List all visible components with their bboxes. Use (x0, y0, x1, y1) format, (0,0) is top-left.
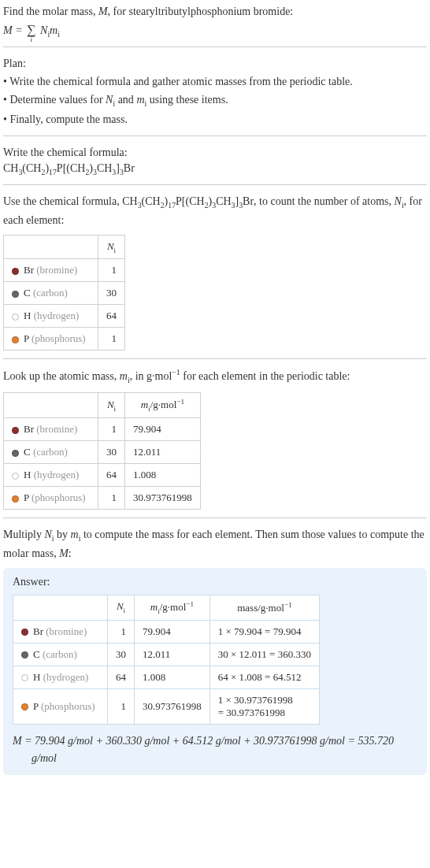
element-dot-br (12, 268, 19, 275)
summation-symbol: ∑i (27, 23, 35, 37)
element-dot-p (21, 703, 28, 710)
step2-text: Use the chemical formula, CH3(CH2)17P[(C… (3, 193, 427, 228)
table-row: C (carbon) 30 12.011 (4, 441, 201, 464)
intro-section: Find the molar mass, M, for stearyltribu… (3, 3, 427, 39)
answer-box: Answer: Ni mi/g·mol−1 mass/g·mol−1 Br (b… (3, 568, 427, 776)
element-name: (hydrogen) (31, 310, 79, 321)
element-dot-br (12, 427, 19, 434)
cell-value: 64 (108, 666, 135, 688)
cell-value: 1 (98, 418, 125, 441)
m-label: M (3, 24, 13, 36)
table-row: H (hydrogen) 64 (4, 305, 125, 328)
cell-value: 1 (108, 620, 135, 643)
table-answer: Ni mi/g·mol−1 mass/g·mol−1 Br (bromine) … (13, 595, 320, 725)
cell-value: 79.904 (125, 418, 201, 441)
step3-text: Look up the atomic mass, mi, in g·mol−1 … (3, 367, 427, 386)
cell-value: 1.008 (135, 666, 210, 688)
table-header-row: Ni (4, 235, 125, 259)
divider (3, 46, 427, 47)
cell-value: 79.904 (135, 620, 210, 643)
cell-mass: 64 × 1.008 = 64.512 (209, 666, 319, 688)
step-count-atoms: Use the chemical formula, CH3(CH2)17P[(C… (3, 193, 427, 351)
element-dot-br (21, 629, 28, 636)
table-row: Br (bromine) 1 (4, 259, 125, 282)
cell-value: 1 (98, 259, 125, 282)
element-name: (bromine) (34, 264, 77, 276)
table-row: Br (bromine) 1 79.904 (4, 418, 201, 441)
table-header-row: Ni mi/g·mol−1 mass/g·mol−1 (13, 595, 320, 620)
element-dot-p (12, 495, 19, 503)
element-symbol: C (24, 287, 31, 299)
cell-mass: 30 × 12.011 = 360.330 (209, 643, 319, 666)
cell-mass: 1 × 30.973761998= 30.973761998 (209, 688, 319, 724)
plan-bullet-3: • Finally, compute the mass. (3, 111, 427, 128)
cell-value: 1 (98, 328, 125, 351)
step-atomic-masses: Look up the atomic mass, mi, in g·mol−1 … (3, 367, 427, 510)
step-chemical-formula: Write the chemical formula: CH3(CH2)17P[… (3, 144, 427, 176)
table-row: H (hydrogen) 64 1.008 64 × 1.008 = 64.51… (13, 666, 320, 688)
table-row: P (phosphorus) 1 (4, 328, 125, 351)
divider (3, 184, 427, 185)
element-symbol: P (24, 332, 29, 344)
element-dot-h (12, 313, 19, 321)
plan-section: Plan: • Write the chemical formula and g… (3, 55, 427, 128)
element-dot-p (12, 336, 19, 343)
table-header-row: Ni mi/g·mol−1 (4, 393, 201, 418)
element-name: (phosphorus) (29, 332, 86, 344)
cell-value: 12.011 (135, 643, 210, 666)
divider (3, 358, 427, 359)
table-row: C (carbon) 30 (4, 282, 125, 305)
table-row: P (phosphorus) 1 30.973761998 1 × 30.973… (13, 688, 320, 724)
table-row: H (hydrogen) 64 1.008 (4, 464, 201, 487)
answer-heading: Answer: (13, 576, 417, 588)
cell-value: 1 (98, 487, 125, 510)
cell-value: 30 (98, 441, 125, 464)
step4-text: Multiply Ni by mi to compute the mass fo… (3, 526, 427, 561)
cell-value: 30 (108, 643, 135, 666)
cell-value: 30 (98, 282, 125, 305)
step1-heading: Write the chemical formula: (3, 144, 427, 161)
plan-heading: Plan: (3, 55, 427, 72)
element-dot-h (21, 674, 28, 681)
final-result: M = 79.904 g/mol + 360.330 g/mol + 64.51… (13, 733, 417, 768)
element-dot-c (12, 291, 19, 298)
cell-value: 1 (108, 688, 135, 724)
equals-sign: = (13, 24, 25, 36)
element-dot-c (12, 450, 19, 457)
header-ni: Ni (98, 235, 125, 259)
element-symbol: Br (24, 264, 34, 276)
chemical-formula: CH3(CH2)17P[(CH2)3CH3]3Br (3, 162, 427, 176)
m-var: mi (50, 24, 60, 36)
element-symbol: H (24, 310, 31, 321)
plan-bullet-1: • Write the chemical formula and gather … (3, 73, 427, 90)
header-mass: mass/g·mol−1 (209, 595, 319, 620)
divider (3, 517, 427, 518)
header-mi: mi/g·mol−1 (125, 393, 201, 418)
cell-mass: 1 × 79.904 = 79.904 (209, 620, 319, 643)
table-row: Br (bromine) 1 79.904 1 × 79.904 = 79.90… (13, 620, 320, 643)
header-ni: Ni (108, 595, 135, 620)
cell-value: 30.973761998 (125, 487, 201, 510)
molar-mass-formula: M = ∑i Nimi (3, 23, 427, 39)
element-dot-c (21, 651, 28, 658)
table-atom-counts: Ni Br (bromine) 1 C (carbon) 30 H (hydro… (3, 235, 125, 351)
table-atomic-masses: Ni mi/g·mol−1 Br (bromine) 1 79.904 C (c… (3, 392, 201, 510)
step-compute-mass: Multiply Ni by mi to compute the mass fo… (3, 526, 427, 775)
cell-value: 64 (98, 464, 125, 487)
cell-value: 1.008 (125, 464, 201, 487)
element-name: (carbon) (31, 287, 68, 299)
plan-bullet-2: • Determine values for Ni and mi using t… (3, 91, 427, 109)
divider (3, 135, 427, 136)
header-mi: mi/g·mol−1 (135, 595, 210, 620)
cell-value: 12.011 (125, 441, 201, 464)
cell-value: 64 (98, 305, 125, 328)
element-dot-h (12, 473, 19, 480)
cell-value: 30.973761998 (135, 688, 210, 724)
table-row: C (carbon) 30 12.011 30 × 12.011 = 360.3… (13, 643, 320, 666)
var-m: M (98, 6, 108, 17)
table-row: P (phosphorus) 1 30.973761998 (4, 487, 201, 510)
intro-text: Find the molar mass, M, for stearyltribu… (3, 3, 427, 20)
header-ni: Ni (98, 393, 125, 418)
n-var: Ni (40, 24, 50, 36)
